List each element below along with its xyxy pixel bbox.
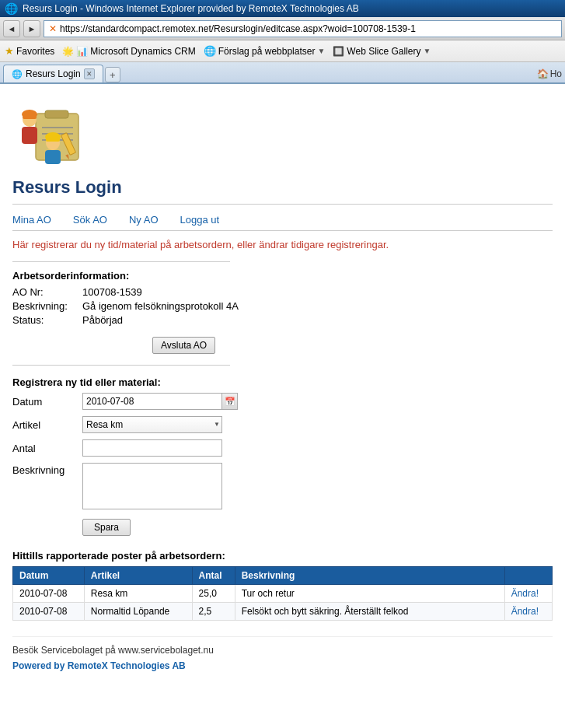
svg-rect-12 — [45, 150, 61, 164]
web-slice-button[interactable]: 🔲 Web Slice Gallery ▼ — [333, 46, 431, 57]
th-datum: Datum — [13, 567, 85, 585]
table-section: Hittills rapporterade poster på arbetsor… — [12, 550, 553, 621]
home-button[interactable]: 🏠 Ho — [537, 68, 562, 79]
info-text: Här registrerar du ny tid/material på ar… — [12, 239, 553, 250]
tab-label: Resurs Login — [26, 68, 81, 79]
nav-logga-ut[interactable]: Logga ut — [180, 214, 220, 226]
beskrivning-ao-value: Gå igenom felsökningsprotokoll 4A — [82, 300, 239, 312]
table-row: 2010-07-08 Resa km 25,0 Tur och retur Än… — [13, 585, 553, 603]
artikel-select-wrapper: Resa km Normaltid Löpande — [82, 416, 222, 433]
logo-area — [12, 98, 553, 168]
datum-label: Datum — [12, 396, 82, 408]
svg-rect-8 — [22, 127, 37, 144]
arbetsorder-section-title: Arbetsorderinformation: — [12, 270, 553, 282]
cell-datum: 2010-07-08 — [13, 585, 85, 603]
ao-nr-row: AO Nr: 100708-1539 — [12, 286, 553, 298]
web-slice-dropdown-icon: ▼ — [424, 47, 431, 55]
th-artikel: Artikel — [84, 567, 192, 585]
registration-form: Registrera ny tid eller material: Datum … — [12, 376, 553, 536]
dynamics-icon: 🌟 — [62, 46, 74, 57]
section-divider-1 — [12, 261, 230, 262]
forslag-button[interactable]: 🌐 Förslag på webbplatser ▼ — [204, 45, 326, 57]
browser-logo-icon: 🌐 — [5, 2, 18, 15]
logo-image — [12, 98, 98, 168]
edit-link[interactable]: Ändra! — [511, 588, 539, 599]
nav-sok-ao[interactable]: Sök AO — [73, 214, 107, 226]
artikel-label: Artikel — [12, 419, 82, 431]
home-label: Ho — [550, 68, 562, 79]
home-icon: 🏠 — [537, 68, 549, 79]
title-bar: 🌐 Resurs Login - Windows Internet Explor… — [0, 0, 565, 17]
favorites-bar: ★ Favorites 🌟 📊 Microsoft Dynamics CRM 🌐… — [0, 40, 565, 62]
artikel-select[interactable]: Resa km Normaltid Löpande — [82, 416, 222, 433]
edit-link[interactable]: Ändra! — [511, 606, 539, 617]
datum-row: Datum 📅 — [12, 393, 553, 410]
web-slice-label: Web Slice Gallery — [347, 46, 420, 57]
microsoft-dynamics-button[interactable]: 🌟 📊 Microsoft Dynamics CRM — [62, 46, 195, 57]
registration-section-title: Registrera ny tid eller material: — [12, 376, 553, 388]
spara-button[interactable]: Spara — [82, 519, 131, 536]
antal-input[interactable] — [82, 439, 222, 457]
beskrivning-row: Beskrivning: Gå igenom felsökningsprotok… — [12, 300, 553, 312]
title-bar-text: Resurs Login - Windows Internet Explorer… — [23, 3, 359, 14]
favorites-label: Favorites — [16, 46, 54, 57]
cell-datum: 2010-07-08 — [13, 603, 85, 621]
footer: Besök Servicebolaget på www.servicebolag… — [12, 636, 553, 671]
th-antal: Antal — [192, 567, 235, 585]
cell-antal: 25,0 — [192, 585, 235, 603]
artikel-row: Artikel Resa km Normaltid Löpande — [12, 416, 553, 433]
page-title: Resurs Login — [12, 177, 553, 198]
status-row: Status: Påbörjad — [12, 314, 553, 326]
th-beskrivning: Beskrivning — [235, 567, 504, 585]
table-header-row: Datum Artikel Antal Beskrivning — [13, 567, 553, 585]
tab-icon: 🌐 — [12, 69, 23, 79]
datum-input[interactable] — [82, 393, 222, 410]
antal-label: Antal — [12, 443, 82, 454]
nav-mina-ao[interactable]: Mina AO — [12, 214, 51, 226]
status-value: Påbörjad — [82, 314, 123, 326]
nav-links: Mina AO Sök AO Ny AO Logga ut — [12, 209, 553, 231]
nav-ny-ao[interactable]: Ny AO — [129, 214, 159, 226]
forslag-dropdown-icon: ▼ — [317, 47, 325, 55]
title-divider — [12, 204, 553, 205]
calendar-button[interactable]: 📅 — [222, 393, 238, 410]
beskrivning-form-row: Beskrivning — [12, 463, 553, 509]
ao-nr-label: AO Nr: — [12, 286, 82, 298]
cell-beskrivning: Tur och retur — [235, 585, 504, 603]
url-bar[interactable]: ✕ https://standardcompact.remotex.net/Re… — [44, 20, 562, 37]
cell-artikel: Normaltid Löpande — [84, 603, 192, 621]
url-icon: ✕ — [49, 23, 57, 34]
back-button[interactable]: ◄ — [3, 20, 20, 37]
tab-bar: 🌐 Resurs Login ✕ + 🏠 Ho — [0, 62, 565, 84]
new-tab-button[interactable]: + — [105, 67, 120, 82]
table-section-title: Hittills rapporterade poster på arbetsor… — [12, 550, 553, 562]
favorites-button[interactable]: ★ Favorites — [5, 45, 54, 57]
status-label: Status: — [12, 314, 82, 326]
antal-row: Antal — [12, 439, 553, 457]
beskrivning-ao-label: Beskrivning: — [12, 300, 82, 312]
section-divider-2 — [12, 365, 230, 366]
address-bar: ◄ ► ✕ https://standardcompact.remotex.ne… — [0, 17, 565, 40]
svg-rect-1 — [45, 110, 68, 118]
svg-rect-10 — [23, 115, 37, 119]
web-slice-icon: 🔲 — [333, 46, 344, 57]
footer-visit-text: Besök Servicebolaget på www.servicebolag… — [12, 645, 553, 656]
cell-action[interactable]: Ändra! — [504, 585, 552, 603]
cell-artikel: Resa km — [84, 585, 192, 603]
microsoft-dynamics-label: Microsoft Dynamics CRM — [90, 46, 195, 57]
reports-table: Datum Artikel Antal Beskrivning 2010-07-… — [12, 566, 553, 621]
page-content: Resurs Login Mina AO Sök AO Ny AO Logga … — [0, 84, 565, 687]
tab-resurs-login[interactable]: 🌐 Resurs Login ✕ — [3, 65, 103, 82]
tab-close-button[interactable]: ✕ — [84, 68, 95, 79]
cell-beskrivning: Felsökt och bytt säkring. Återställt fel… — [235, 603, 504, 621]
avsluta-ao-button[interactable]: Avsluta AO — [152, 337, 215, 354]
forward-button[interactable]: ► — [23, 20, 40, 37]
url-text: https://standardcompact.remotex.net/Resu… — [60, 23, 416, 34]
favorites-star-icon: ★ — [5, 45, 14, 57]
beskrivning-textarea[interactable] — [82, 463, 222, 509]
forslag-label: Förslag på webbplatser — [218, 46, 316, 57]
table-row: 2010-07-08 Normaltid Löpande 2,5 Felsökt… — [13, 603, 553, 621]
cell-action[interactable]: Ändra! — [504, 603, 552, 621]
ao-nr-value: 100708-1539 — [82, 286, 142, 298]
cell-antal: 2,5 — [192, 603, 235, 621]
